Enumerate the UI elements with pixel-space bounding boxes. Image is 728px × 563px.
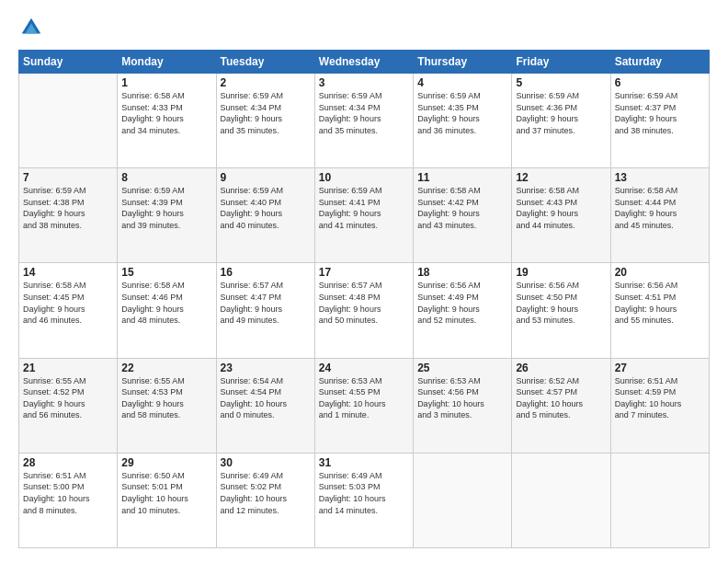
day-number: 2 xyxy=(221,76,311,89)
day-info: Sunrise: 6:59 AM Sunset: 4:34 PM Dayligh… xyxy=(319,90,409,136)
day-number: 22 xyxy=(121,362,211,374)
day-number: 19 xyxy=(516,266,606,279)
day-info: Sunrise: 6:51 AM Sunset: 5:00 PM Dayligh… xyxy=(23,470,113,516)
day-number: 16 xyxy=(221,266,311,279)
day-number: 11 xyxy=(417,171,507,184)
day-info: Sunrise: 6:53 AM Sunset: 4:55 PM Dayligh… xyxy=(319,375,409,421)
calendar-cell: 12Sunrise: 6:58 AM Sunset: 4:43 PM Dayli… xyxy=(512,168,610,263)
day-number: 1 xyxy=(121,76,211,89)
calendar-cell: 15Sunrise: 6:58 AM Sunset: 4:46 PM Dayli… xyxy=(118,263,216,358)
day-info: Sunrise: 6:59 AM Sunset: 4:38 PM Dayligh… xyxy=(23,185,113,231)
calendar-cell: 28Sunrise: 6:51 AM Sunset: 5:00 PM Dayli… xyxy=(19,453,118,547)
weekday-header-sunday: Sunday xyxy=(19,51,118,74)
calendar-cell: 26Sunrise: 6:52 AM Sunset: 4:57 PM Dayli… xyxy=(512,358,610,453)
calendar-table: SundayMondayTuesdayWednesdayThursdayFrid… xyxy=(18,50,710,548)
calendar-header: SundayMondayTuesdayWednesdayThursdayFrid… xyxy=(19,51,710,74)
day-number: 15 xyxy=(121,266,211,279)
day-number: 23 xyxy=(221,362,311,374)
weekday-header-tuesday: Tuesday xyxy=(216,51,314,74)
day-number: 6 xyxy=(615,76,705,89)
calendar-cell: 18Sunrise: 6:56 AM Sunset: 4:49 PM Dayli… xyxy=(414,263,512,358)
week-row-2: 7Sunrise: 6:59 AM Sunset: 4:38 PM Daylig… xyxy=(19,168,710,263)
week-row-5: 28Sunrise: 6:51 AM Sunset: 5:00 PM Dayli… xyxy=(19,453,710,547)
calendar-cell: 22Sunrise: 6:55 AM Sunset: 4:53 PM Dayli… xyxy=(118,358,216,453)
calendar-cell: 17Sunrise: 6:57 AM Sunset: 4:48 PM Dayli… xyxy=(314,263,413,358)
calendar-cell: 31Sunrise: 6:49 AM Sunset: 5:03 PM Dayli… xyxy=(314,453,413,547)
day-info: Sunrise: 6:56 AM Sunset: 4:50 PM Dayligh… xyxy=(516,280,606,326)
day-info: Sunrise: 6:59 AM Sunset: 4:41 PM Dayligh… xyxy=(319,185,409,231)
calendar-cell: 23Sunrise: 6:54 AM Sunset: 4:54 PM Dayli… xyxy=(216,358,314,453)
day-info: Sunrise: 6:59 AM Sunset: 4:36 PM Dayligh… xyxy=(516,90,606,136)
day-number: 24 xyxy=(319,362,409,374)
calendar-cell: 7Sunrise: 6:59 AM Sunset: 4:38 PM Daylig… xyxy=(19,168,118,263)
calendar-body: 1Sunrise: 6:58 AM Sunset: 4:33 PM Daylig… xyxy=(19,74,710,548)
day-info: Sunrise: 6:49 AM Sunset: 5:03 PM Dayligh… xyxy=(319,470,409,516)
calendar-cell: 27Sunrise: 6:51 AM Sunset: 4:59 PM Dayli… xyxy=(610,358,709,453)
day-info: Sunrise: 6:57 AM Sunset: 4:47 PM Dayligh… xyxy=(221,280,311,326)
day-number: 4 xyxy=(417,76,507,89)
calendar-cell: 29Sunrise: 6:50 AM Sunset: 5:01 PM Dayli… xyxy=(118,453,216,547)
logo xyxy=(18,15,48,40)
day-info: Sunrise: 6:58 AM Sunset: 4:44 PM Dayligh… xyxy=(615,185,705,231)
calendar-cell xyxy=(414,453,512,547)
day-info: Sunrise: 6:56 AM Sunset: 4:49 PM Dayligh… xyxy=(417,280,507,326)
day-info: Sunrise: 6:54 AM Sunset: 4:54 PM Dayligh… xyxy=(221,375,311,421)
weekday-row: SundayMondayTuesdayWednesdayThursdayFrid… xyxy=(19,51,710,74)
calendar-cell: 20Sunrise: 6:56 AM Sunset: 4:51 PM Dayli… xyxy=(610,263,709,358)
calendar-cell: 13Sunrise: 6:58 AM Sunset: 4:44 PM Dayli… xyxy=(610,168,709,263)
day-info: Sunrise: 6:58 AM Sunset: 4:33 PM Dayligh… xyxy=(121,90,211,136)
day-number: 9 xyxy=(221,171,311,184)
day-info: Sunrise: 6:56 AM Sunset: 4:51 PM Dayligh… xyxy=(615,280,705,326)
logo-icon xyxy=(18,15,44,40)
day-info: Sunrise: 6:53 AM Sunset: 4:56 PM Dayligh… xyxy=(417,375,507,421)
week-row-4: 21Sunrise: 6:55 AM Sunset: 4:52 PM Dayli… xyxy=(19,358,710,453)
day-info: Sunrise: 6:59 AM Sunset: 4:34 PM Dayligh… xyxy=(221,90,311,136)
day-info: Sunrise: 6:55 AM Sunset: 4:52 PM Dayligh… xyxy=(23,375,113,421)
day-info: Sunrise: 6:58 AM Sunset: 4:46 PM Dayligh… xyxy=(121,280,211,326)
calendar-cell: 10Sunrise: 6:59 AM Sunset: 4:41 PM Dayli… xyxy=(314,168,413,263)
weekday-header-monday: Monday xyxy=(118,51,216,74)
day-info: Sunrise: 6:55 AM Sunset: 4:53 PM Dayligh… xyxy=(121,375,211,421)
day-info: Sunrise: 6:52 AM Sunset: 4:57 PM Dayligh… xyxy=(516,375,606,421)
weekday-header-saturday: Saturday xyxy=(610,51,709,74)
day-number: 13 xyxy=(615,171,705,184)
day-number: 18 xyxy=(417,266,507,279)
calendar-cell: 21Sunrise: 6:55 AM Sunset: 4:52 PM Dayli… xyxy=(19,358,118,453)
day-number: 25 xyxy=(417,362,507,374)
calendar-cell: 8Sunrise: 6:59 AM Sunset: 4:39 PM Daylig… xyxy=(118,168,216,263)
day-number: 20 xyxy=(615,266,705,279)
day-number: 17 xyxy=(319,266,409,279)
day-number: 14 xyxy=(23,266,113,279)
calendar-cell: 5Sunrise: 6:59 AM Sunset: 4:36 PM Daylig… xyxy=(512,74,610,168)
calendar-cell xyxy=(19,74,118,168)
day-number: 30 xyxy=(221,456,311,469)
day-info: Sunrise: 6:59 AM Sunset: 4:35 PM Dayligh… xyxy=(417,90,507,136)
day-info: Sunrise: 6:50 AM Sunset: 5:01 PM Dayligh… xyxy=(121,470,211,516)
day-number: 12 xyxy=(516,171,606,184)
calendar-cell: 6Sunrise: 6:59 AM Sunset: 4:37 PM Daylig… xyxy=(610,74,709,168)
calendar-cell: 30Sunrise: 6:49 AM Sunset: 5:02 PM Dayli… xyxy=(216,453,314,547)
calendar-cell: 1Sunrise: 6:58 AM Sunset: 4:33 PM Daylig… xyxy=(118,74,216,168)
weekday-header-friday: Friday xyxy=(512,51,610,74)
day-info: Sunrise: 6:58 AM Sunset: 4:42 PM Dayligh… xyxy=(417,185,507,231)
page-header xyxy=(18,15,710,40)
day-number: 7 xyxy=(23,171,113,184)
day-info: Sunrise: 6:58 AM Sunset: 4:43 PM Dayligh… xyxy=(516,185,606,231)
calendar-cell: 3Sunrise: 6:59 AM Sunset: 4:34 PM Daylig… xyxy=(314,74,413,168)
day-info: Sunrise: 6:59 AM Sunset: 4:39 PM Dayligh… xyxy=(121,185,211,231)
calendar-cell: 16Sunrise: 6:57 AM Sunset: 4:47 PM Dayli… xyxy=(216,263,314,358)
calendar-cell: 24Sunrise: 6:53 AM Sunset: 4:55 PM Dayli… xyxy=(314,358,413,453)
weekday-header-thursday: Thursday xyxy=(414,51,512,74)
calendar-cell: 2Sunrise: 6:59 AM Sunset: 4:34 PM Daylig… xyxy=(216,74,314,168)
calendar-cell: 19Sunrise: 6:56 AM Sunset: 4:50 PM Dayli… xyxy=(512,263,610,358)
calendar-cell: 11Sunrise: 6:58 AM Sunset: 4:42 PM Dayli… xyxy=(414,168,512,263)
calendar-cell: 4Sunrise: 6:59 AM Sunset: 4:35 PM Daylig… xyxy=(414,74,512,168)
calendar-cell xyxy=(610,453,709,547)
day-info: Sunrise: 6:51 AM Sunset: 4:59 PM Dayligh… xyxy=(615,375,705,421)
day-number: 29 xyxy=(121,456,211,469)
day-number: 28 xyxy=(23,456,113,469)
weekday-header-wednesday: Wednesday xyxy=(314,51,413,74)
week-row-3: 14Sunrise: 6:58 AM Sunset: 4:45 PM Dayli… xyxy=(19,263,710,358)
day-info: Sunrise: 6:59 AM Sunset: 4:37 PM Dayligh… xyxy=(615,90,705,136)
day-info: Sunrise: 6:57 AM Sunset: 4:48 PM Dayligh… xyxy=(319,280,409,326)
